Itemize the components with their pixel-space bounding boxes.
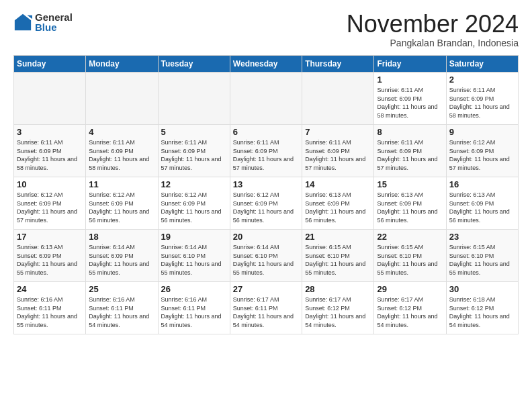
day-cell: 30 Sunrise: 6:18 AM Sunset: 6:12 PM Dayl…	[446, 282, 518, 334]
day-cell: 25 Sunrise: 6:16 AM Sunset: 6:11 PM Dayl…	[86, 282, 158, 334]
day-cell	[230, 73, 302, 125]
day-number: 2	[449, 75, 515, 85]
day-number: 14	[305, 179, 371, 189]
day-cell: 15 Sunrise: 6:13 AM Sunset: 6:09 PM Dayl…	[374, 177, 446, 230]
day-detail: Sunrise: 6:17 AM Sunset: 6:11 PM Dayligh…	[233, 295, 299, 329]
week-row-5: 24 Sunrise: 6:16 AM Sunset: 6:11 PM Dayl…	[14, 282, 519, 334]
day-number: 9	[449, 127, 515, 137]
svg-marker-0	[15, 14, 31, 30]
day-cell: 16 Sunrise: 6:13 AM Sunset: 6:09 PM Dayl…	[446, 177, 518, 230]
day-cell: 28 Sunrise: 6:17 AM Sunset: 6:12 PM Dayl…	[302, 282, 374, 334]
logo-blue: Blue	[35, 22, 73, 32]
day-detail: Sunrise: 6:12 AM Sunset: 6:09 PM Dayligh…	[17, 191, 83, 224]
day-cell: 21 Sunrise: 6:15 AM Sunset: 6:10 PM Dayl…	[302, 230, 374, 282]
day-cell	[86, 73, 158, 125]
day-detail: Sunrise: 6:11 AM Sunset: 6:09 PM Dayligh…	[233, 138, 299, 172]
day-detail: Sunrise: 6:15 AM Sunset: 6:10 PM Dayligh…	[449, 243, 515, 277]
day-detail: Sunrise: 6:13 AM Sunset: 6:09 PM Dayligh…	[377, 191, 443, 224]
day-cell: 5 Sunrise: 6:11 AM Sunset: 6:09 PM Dayli…	[158, 125, 230, 177]
day-cell: 17 Sunrise: 6:13 AM Sunset: 6:09 PM Dayl…	[14, 230, 86, 282]
day-number: 26	[161, 284, 227, 294]
calendar: Sunday Monday Tuesday Wednesday Thursday…	[13, 55, 519, 334]
day-detail: Sunrise: 6:16 AM Sunset: 6:11 PM Dayligh…	[161, 295, 227, 329]
day-number: 4	[89, 127, 154, 137]
day-number: 20	[233, 232, 299, 242]
col-monday: Monday	[86, 56, 158, 73]
day-detail: Sunrise: 6:14 AM Sunset: 6:10 PM Dayligh…	[161, 243, 227, 277]
day-number: 15	[377, 179, 443, 189]
day-number: 11	[89, 179, 154, 189]
day-number: 8	[377, 127, 443, 137]
col-wednesday: Wednesday	[230, 56, 302, 73]
page: General Blue November 2024 Pangkalan Bra…	[0, 0, 532, 341]
day-detail: Sunrise: 6:11 AM Sunset: 6:09 PM Dayligh…	[449, 86, 515, 120]
day-number: 6	[233, 127, 299, 137]
day-detail: Sunrise: 6:12 AM Sunset: 6:09 PM Dayligh…	[233, 191, 299, 224]
day-cell: 23 Sunrise: 6:15 AM Sunset: 6:10 PM Dayl…	[446, 230, 518, 282]
day-number: 7	[305, 127, 371, 137]
day-cell: 18 Sunrise: 6:14 AM Sunset: 6:09 PM Dayl…	[86, 230, 158, 282]
day-number: 25	[89, 284, 154, 294]
day-number: 18	[89, 232, 154, 242]
day-number: 24	[17, 284, 83, 294]
day-cell: 8 Sunrise: 6:11 AM Sunset: 6:09 PM Dayli…	[374, 125, 446, 177]
logo: General Blue	[13, 12, 73, 32]
day-number: 23	[449, 232, 515, 242]
col-thursday: Thursday	[302, 56, 374, 73]
day-detail: Sunrise: 6:16 AM Sunset: 6:11 PM Dayligh…	[17, 295, 83, 329]
col-tuesday: Tuesday	[158, 56, 230, 73]
day-number: 27	[233, 284, 299, 294]
day-detail: Sunrise: 6:14 AM Sunset: 6:09 PM Dayligh…	[89, 243, 154, 277]
day-cell: 9 Sunrise: 6:12 AM Sunset: 6:09 PM Dayli…	[446, 125, 518, 177]
logo-text: General Blue	[35, 12, 73, 32]
week-row-2: 3 Sunrise: 6:11 AM Sunset: 6:09 PM Dayli…	[14, 125, 519, 177]
day-cell: 6 Sunrise: 6:11 AM Sunset: 6:09 PM Dayli…	[230, 125, 302, 177]
day-cell: 14 Sunrise: 6:13 AM Sunset: 6:09 PM Dayl…	[302, 177, 374, 230]
day-detail: Sunrise: 6:13 AM Sunset: 6:09 PM Dayligh…	[449, 191, 515, 224]
day-number: 29	[377, 284, 443, 294]
logo-general: General	[35, 12, 73, 22]
day-detail: Sunrise: 6:11 AM Sunset: 6:09 PM Dayligh…	[161, 138, 227, 172]
day-detail: Sunrise: 6:15 AM Sunset: 6:10 PM Dayligh…	[305, 243, 371, 277]
day-cell: 7 Sunrise: 6:11 AM Sunset: 6:09 PM Dayli…	[302, 125, 374, 177]
col-friday: Friday	[374, 56, 446, 73]
logo-icon	[13, 13, 32, 32]
day-number: 22	[377, 232, 443, 242]
day-number: 16	[449, 179, 515, 189]
day-detail: Sunrise: 6:11 AM Sunset: 6:09 PM Dayligh…	[377, 86, 443, 120]
day-number: 10	[17, 179, 83, 189]
day-cell: 1 Sunrise: 6:11 AM Sunset: 6:09 PM Dayli…	[374, 73, 446, 125]
day-cell: 24 Sunrise: 6:16 AM Sunset: 6:11 PM Dayl…	[14, 282, 86, 334]
header-row: Sunday Monday Tuesday Wednesday Thursday…	[14, 56, 519, 73]
day-detail: Sunrise: 6:11 AM Sunset: 6:09 PM Dayligh…	[17, 138, 83, 172]
day-cell	[302, 73, 374, 125]
day-cell	[158, 73, 230, 125]
day-cell: 10 Sunrise: 6:12 AM Sunset: 6:09 PM Dayl…	[14, 177, 86, 230]
week-row-4: 17 Sunrise: 6:13 AM Sunset: 6:09 PM Dayl…	[14, 230, 519, 282]
header: General Blue November 2024 Pangkalan Bra…	[13, 12, 519, 48]
day-detail: Sunrise: 6:12 AM Sunset: 6:09 PM Dayligh…	[449, 138, 515, 172]
day-number: 17	[17, 232, 83, 242]
day-number: 3	[17, 127, 83, 137]
day-detail: Sunrise: 6:17 AM Sunset: 6:12 PM Dayligh…	[305, 295, 371, 329]
day-detail: Sunrise: 6:12 AM Sunset: 6:09 PM Dayligh…	[89, 191, 154, 224]
day-detail: Sunrise: 6:15 AM Sunset: 6:10 PM Dayligh…	[377, 243, 443, 277]
day-cell: 11 Sunrise: 6:12 AM Sunset: 6:09 PM Dayl…	[86, 177, 158, 230]
day-detail: Sunrise: 6:14 AM Sunset: 6:10 PM Dayligh…	[233, 243, 299, 277]
day-number: 28	[305, 284, 371, 294]
day-cell: 12 Sunrise: 6:12 AM Sunset: 6:09 PM Dayl…	[158, 177, 230, 230]
day-detail: Sunrise: 6:13 AM Sunset: 6:09 PM Dayligh…	[17, 243, 83, 277]
day-cell: 20 Sunrise: 6:14 AM Sunset: 6:10 PM Dayl…	[230, 230, 302, 282]
day-number: 21	[305, 232, 371, 242]
week-row-1: 1 Sunrise: 6:11 AM Sunset: 6:09 PM Dayli…	[14, 73, 519, 125]
day-number: 19	[161, 232, 227, 242]
month-title: November 2024	[347, 12, 519, 36]
day-cell: 13 Sunrise: 6:12 AM Sunset: 6:09 PM Dayl…	[230, 177, 302, 230]
day-detail: Sunrise: 6:12 AM Sunset: 6:09 PM Dayligh…	[161, 191, 227, 224]
col-sunday: Sunday	[14, 56, 86, 73]
day-detail: Sunrise: 6:13 AM Sunset: 6:09 PM Dayligh…	[305, 191, 371, 224]
day-number: 30	[449, 284, 515, 294]
day-detail: Sunrise: 6:16 AM Sunset: 6:11 PM Dayligh…	[89, 295, 154, 329]
day-cell: 19 Sunrise: 6:14 AM Sunset: 6:10 PM Dayl…	[158, 230, 230, 282]
day-detail: Sunrise: 6:18 AM Sunset: 6:12 PM Dayligh…	[449, 295, 515, 329]
